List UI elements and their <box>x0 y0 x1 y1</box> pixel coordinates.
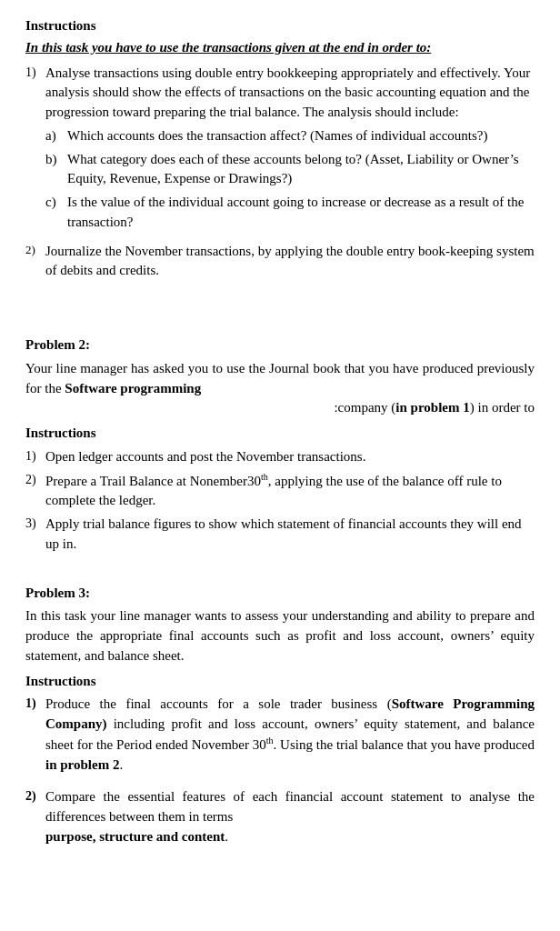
prob2-item3-text: Apply trial balance figures to show whic… <box>45 515 535 555</box>
problem2-section: Problem 2: Your line manager has asked y… <box>25 335 535 555</box>
prob2-item3-num: 3) <box>25 515 45 555</box>
item2-number: 2) <box>25 242 45 282</box>
prob2-item2-num: 2) <box>25 471 45 512</box>
prob2-item1-num: 1) <box>25 447 45 467</box>
prob3-item1-num: 1) <box>25 695 45 775</box>
prob2-item1-text: Open ledger accounts and post the Novemb… <box>45 447 535 467</box>
problem2-heading: Problem 2: <box>25 335 535 355</box>
problem2-bold-text: Software programming <box>65 381 201 395</box>
problem3-intro-para: In this task your line manager wants to … <box>25 606 535 666</box>
problem3-intro-text: In this task your line manager wants to … <box>25 608 535 663</box>
prob2-item2-text: Prepare a Trail Balance at Nonember30th,… <box>45 471 535 512</box>
list-item: c) Is the value of the individual accoun… <box>45 193 535 233</box>
instructions-section: Instructions In this task you have to us… <box>25 16 535 281</box>
item-b-letter: b) <box>45 150 67 190</box>
list-item: 1) Produce the final accounts for a sole… <box>25 695 535 775</box>
list-item: 1) Open ledger accounts and post the Nov… <box>25 447 535 467</box>
problem2-intro-para: Your line manager has asked you to use t… <box>25 359 535 418</box>
instructions-subheading: In this task you have to use the transac… <box>25 38 535 58</box>
prob3-item2-text: Compare the essential features of each f… <box>45 787 535 846</box>
list-item: a) Which accounts does the transaction a… <box>45 126 535 146</box>
prob3-item2-num: 2) <box>25 787 45 846</box>
item1-text: Analyse transactions using double entry … <box>45 64 535 123</box>
item-c-letter: c) <box>45 193 67 233</box>
item1-number: 1) <box>25 64 45 123</box>
prob3-item1-text: Produce the final accounts for a sole tr… <box>45 695 535 775</box>
problem3-heading: Problem 3: <box>25 584 535 604</box>
list-item: 2) Compare the essential features of eac… <box>25 787 535 846</box>
problem2-end-text: :company (in problem 1) in order to <box>25 398 535 418</box>
list-item: 2) Prepare a Trail Balance at Nonember30… <box>25 471 535 512</box>
item-c-text: Is the value of the individual account g… <box>67 193 535 233</box>
item-b-text: What category does each of these account… <box>67 150 535 190</box>
list-item: 1) Analyse transactions using double ent… <box>25 64 535 123</box>
item-a-letter: a) <box>45 126 67 146</box>
instructions-heading: Instructions <box>25 16 535 36</box>
prob3-instructions-label: Instructions <box>25 672 535 692</box>
list-item: 2) Journalize the November transactions,… <box>25 242 535 282</box>
item-a-text: Which accounts does the transaction affe… <box>67 126 535 146</box>
item2-text: Journalize the November transactions, by… <box>45 242 535 282</box>
problem3-section: Problem 3: In this task your line manage… <box>25 584 535 847</box>
list-item: 3) Apply trial balance figures to show w… <box>25 515 535 555</box>
list-item: b) What category does each of these acco… <box>45 150 535 190</box>
prob2-instructions-label: Instructions <box>25 424 535 444</box>
